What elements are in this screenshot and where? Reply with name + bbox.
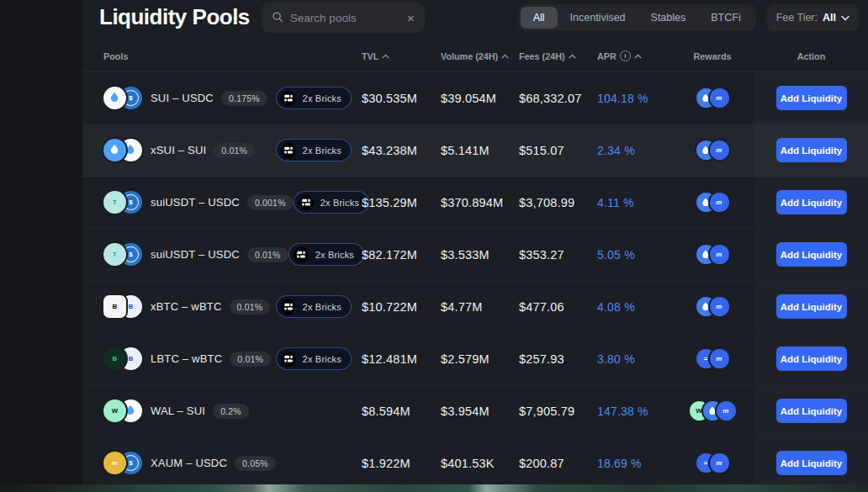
pool-token-icons: $: [103, 87, 142, 109]
column-label: Fees (24H): [519, 51, 565, 61]
fee-tier-dropdown[interactable]: Fee Tier: All: [766, 4, 860, 31]
bricks-label: 2x Bricks: [320, 198, 359, 208]
table-row[interactable]: T$ suiUSDT – USDC 0.001% 2x Bricks $135.…: [82, 177, 868, 229]
search-input[interactable]: [290, 12, 400, 24]
fee-tier-label: Fee Tier:: [776, 12, 818, 24]
pool-cell: $ SUI – USDC 0.175% 2x Bricks: [82, 87, 362, 109]
column-label: Pools: [103, 51, 128, 61]
action-cell: Add Liquidity: [754, 72, 868, 124]
add-liquidity-button[interactable]: Add Liquidity: [776, 138, 847, 162]
bricks-badge: 2x Bricks: [276, 139, 352, 161]
table-row[interactable]: $ SUI – USDC 0.175% 2x Bricks $30.535M $…: [82, 72, 868, 124]
pool-cell: BB xBTC – wBTC 0.01% 2x Bricks: [82, 295, 362, 318]
rewards-cell: m: [670, 193, 754, 212]
fee-badge: 0.01%: [247, 247, 288, 262]
rewards-cell: =m: [670, 349, 754, 368]
action-cell: Add Liquidity: [754, 385, 868, 436]
mmt-token-icon: m: [710, 297, 729, 316]
action-cell: Add Liquidity: [754, 177, 868, 228]
fees-cell: $3,708.99: [519, 196, 597, 209]
pool-token-icons: W: [103, 399, 142, 422]
add-liquidity-button[interactable]: Add Liquidity: [776, 190, 847, 214]
fees-cell: $257.93: [519, 352, 597, 366]
fees-cell: $477.06: [519, 300, 597, 314]
xsui-token-icon: [103, 139, 126, 161]
action-cell: Add Liquidity: [754, 437, 868, 489]
pool-filter-tabs: AllIncentivisedStablesBTCFi: [518, 4, 756, 31]
rewards-cell: m: [670, 88, 754, 108]
table-row[interactable]: W WAL – SUI 0.2% $8.594M $3.954M $7,905.…: [82, 385, 868, 437]
apr-cell: 104.18 %: [597, 92, 670, 105]
tab-all[interactable]: All: [521, 7, 558, 29]
fees-cell: $353.27: [519, 248, 597, 262]
pool-cell: T$ suiUSDT – USDC 0.01% 2x Bricks: [82, 243, 362, 266]
sort-asc-icon[interactable]: [501, 54, 509, 59]
usdt-token-icon: T: [103, 191, 126, 214]
add-liquidity-button[interactable]: Add Liquidity: [776, 242, 847, 267]
bricks-badge: 2x Bricks: [294, 191, 369, 214]
table-row[interactable]: xSUI – SUI 0.01% 2x Bricks $43.238M $5.1…: [82, 124, 868, 177]
filter-controls: AllIncentivisedStablesBTCFi Fee Tier: Al…: [518, 4, 860, 31]
info-icon[interactable]: i: [620, 50, 631, 61]
volume-cell: $39.054M: [441, 92, 519, 105]
add-liquidity-button[interactable]: Add Liquidity: [776, 347, 847, 371]
column-header-rewards: Rewards: [670, 51, 754, 61]
pool-token-icons: BB: [103, 295, 142, 318]
table-row[interactable]: BB LBTC – wBTC 0.01% 2x Bricks $12.481M …: [82, 333, 868, 385]
bricks-badge: 2x Bricks: [276, 347, 352, 370]
column-header-volume-24h[interactable]: Volume (24H): [441, 51, 519, 61]
tab-stables[interactable]: Stables: [638, 7, 699, 29]
apr-cell: 4.11 %: [597, 196, 670, 209]
action-cell: Add Liquidity: [754, 124, 868, 176]
close-icon[interactable]: ×: [407, 12, 415, 24]
sort-asc-icon[interactable]: [634, 54, 642, 59]
bottom-banner-strip: [0, 484, 868, 492]
bricks-icon: [280, 142, 297, 159]
pool-token-icons: m$: [103, 452, 142, 474]
column-header-fees-24h[interactable]: Fees (24H): [519, 51, 597, 61]
bricks-icon: [298, 194, 315, 211]
sort-asc-icon[interactable]: [382, 54, 389, 59]
column-header-tvl[interactable]: TVL: [362, 51, 441, 61]
pool-token-icons: T$: [103, 191, 142, 214]
volume-cell: $5.141M: [441, 144, 519, 157]
table-row[interactable]: BB xBTC – wBTC 0.01% 2x Bricks $10.722M …: [82, 281, 868, 333]
chevron-down-icon: [841, 15, 849, 21]
tvl-cell: $43.238M: [362, 144, 441, 157]
bricks-icon: [293, 246, 310, 263]
page-title: Liquidity Pools: [99, 2, 250, 32]
topbar: Liquidity Pools × AllIncentivisedStables…: [82, 0, 868, 40]
sort-asc-icon[interactable]: [569, 54, 576, 59]
tvl-cell: $82.172M: [362, 248, 441, 262]
add-liquidity-button[interactable]: Add Liquidity: [776, 294, 847, 319]
mmt-token-icon: m: [710, 349, 729, 368]
fees-cell: $200.87: [519, 457, 597, 470]
apr-cell: 5.05 %: [597, 248, 670, 262]
volume-cell: $2.579M: [441, 352, 519, 366]
column-header-apr[interactable]: APRi: [597, 50, 670, 61]
pool-cell: BB LBTC – wBTC 0.01% 2x Bricks: [82, 347, 362, 370]
table-row[interactable]: T$ suiUSDT – USDC 0.01% 2x Bricks $82.17…: [82, 229, 868, 281]
pool-pair: xSUI – SUI: [151, 144, 206, 156]
pool-pair: LBTC – wBTC: [151, 352, 222, 365]
tvl-cell: $30.535M: [362, 92, 441, 105]
xaum-token-icon: m: [103, 452, 126, 474]
fee-badge: 0.001%: [247, 195, 294, 210]
tab-btcfi[interactable]: BTCFi: [698, 7, 753, 29]
rewards-cell: Wm: [670, 401, 754, 421]
volume-cell: $4.77M: [441, 300, 519, 314]
apr-cell: 3.80 %: [597, 352, 670, 366]
pool-token-icons: BB: [103, 347, 142, 370]
add-liquidity-button[interactable]: Add Liquidity: [776, 86, 847, 110]
pool-pair: SUI – USDC: [151, 92, 214, 104]
table-row[interactable]: m$ XAUM – USDC 0.05% $1.922M $401.53K $2…: [82, 437, 868, 489]
tab-incentivised[interactable]: Incentivised: [558, 7, 638, 29]
search-box[interactable]: ×: [262, 3, 425, 33]
add-liquidity-button[interactable]: Add Liquidity: [776, 451, 847, 475]
action-cell: Add Liquidity: [754, 229, 868, 280]
add-liquidity-button[interactable]: Add Liquidity: [776, 399, 847, 423]
fee-badge: 0.01%: [230, 299, 271, 315]
table-header: PoolsTVLVolume (24H)Fees (24H)APRiReward…: [82, 40, 868, 72]
rewards-cell: =m: [670, 453, 754, 473]
tvl-cell: $135.29M: [362, 196, 441, 209]
